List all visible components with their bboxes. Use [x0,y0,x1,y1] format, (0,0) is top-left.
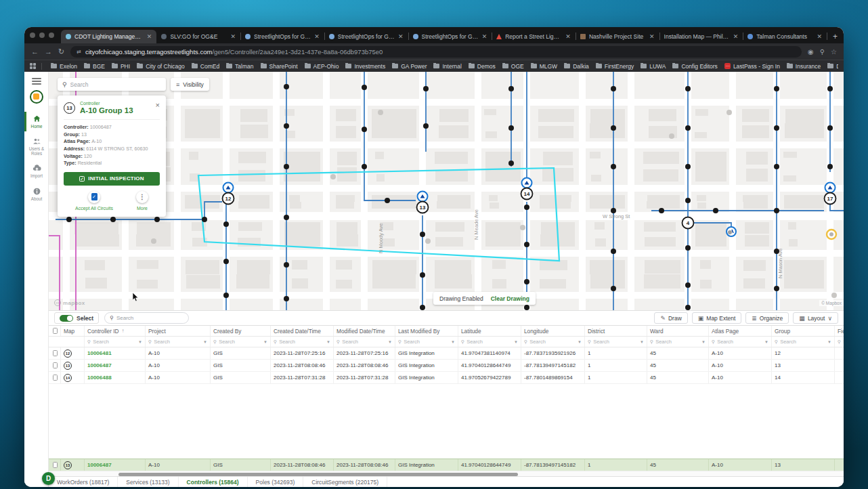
header-cell-atlas-page[interactable]: Atlas Page [709,326,772,336]
pole-dot[interactable] [827,125,833,131]
more-button[interactable]: ⋮ More [136,191,148,211]
pole-dot[interactable] [611,125,616,131]
filter-input[interactable] [279,339,324,345]
browser-tab-3[interactable]: StreetlightOps for GA Power✕ [324,30,408,43]
new-tab-button[interactable]: + [827,32,844,43]
bookmark-config-editors[interactable]: Config Editors [669,63,720,70]
bookmark-oge[interactable]: OGE [499,63,527,70]
filter-input[interactable] [219,339,261,345]
browser-tab-0[interactable]: CDOT Lighting Management✕ [61,30,156,43]
select-toggle-group[interactable]: Select [54,312,99,324]
pole-dot[interactable] [508,161,514,166]
bookmark-aep-ohio[interactable]: AEP-Ohio [301,63,343,70]
filter-input[interactable] [655,339,699,345]
pole-dot[interactable] [420,305,425,310]
back-icon[interactable]: ← [31,47,39,56]
pole-dot[interactable] [685,198,691,203]
bookmark-lastpass-sign-in[interactable]: ⋯LastPass - Sign In [721,63,783,70]
header-cell-group[interactable]: Group [772,326,835,336]
pole-dot[interactable] [423,123,429,129]
pole-dot[interactable] [774,164,779,169]
initial-inspection-button[interactable]: ✓ INITIAL INSPECTION [64,172,160,186]
inactive-pole-dot[interactable] [831,293,837,298]
filter-input[interactable] [529,339,576,345]
table-row-1[interactable]: 1310006487A-10GIS2023-11-28T08:08:462023… [49,360,844,372]
pole-dot[interactable] [420,232,425,237]
pole-dot[interactable] [284,84,289,89]
browser-tab-1[interactable]: SLV:GO for OG&E✕ [156,30,240,43]
controller-status-badge[interactable] [223,183,234,193]
draw-button[interactable]: ✎Draw [654,312,687,324]
service-marker-blue[interactable] [726,227,736,236]
bookmark-star-icon[interactable]: ☆ [831,48,837,56]
visibility-button[interactable]: ≡ Visibility [171,78,209,91]
tab-close-icon[interactable]: ✕ [482,33,487,40]
bookmark-luwa[interactable]: LUWA [637,63,669,70]
browser-tab-4[interactable]: StreetlightOps for GA Power✕ [408,30,492,43]
header-cell-controller-id[interactable]: Controller ID↑ [85,326,146,336]
header-cell-last-modified-by[interactable]: Last Modified By [395,326,458,336]
filter-icon[interactable]: ▼ [388,340,392,344]
map-extent-button[interactable]: ▣Map Extent [692,312,742,324]
pole-dot[interactable] [284,262,289,268]
row-checkbox[interactable] [53,362,58,368]
bookmark-exelon[interactable]: Exelon [47,63,81,70]
minimize-window-icon[interactable] [39,33,45,38]
row-checkbox[interactable] [53,375,58,381]
window-controls[interactable] [30,27,54,43]
map-search-input[interactable] [70,81,161,88]
header-cell-map[interactable]: Map [61,326,85,336]
bookmark-ga-power[interactable]: GA Power [389,63,430,70]
browser-tab-7[interactable]: Installation Map — Philly Stre✕ [659,30,743,43]
header-cell-longitude[interactable]: Longitude [521,326,585,336]
tab-close-icon[interactable]: ✕ [817,33,822,40]
horizontal-scrollbar[interactable] [49,471,844,476]
url-bar[interactable]: ⇄ cityofchicago.staging.terragostreetlig… [70,46,802,58]
pole-dot[interactable] [611,86,616,91]
scrollbar-thumb[interactable] [118,473,518,476]
pole-dot[interactable] [284,164,289,169]
pole-dot[interactable] [524,242,529,247]
pole-dot[interactable] [685,245,691,251]
pole-dot[interactable] [423,86,429,91]
maximize-window-icon[interactable] [49,33,54,38]
inactive-pole-dot[interactable] [425,238,431,244]
bookmark-dalkia[interactable]: Dalkia [561,63,592,70]
pole-dot[interactable] [508,125,514,131]
bookmark-phi[interactable]: PHI [108,63,133,70]
filter-icon[interactable]: ▼ [827,340,831,344]
row-checkbox[interactable] [53,350,58,356]
controller-marker-4[interactable]: 4 [682,217,694,229]
zoom-icon[interactable]: ⚲ [820,48,825,56]
layout-button[interactable]: ▦Layout∨ [793,312,838,324]
header-cell-created-date-time[interactable]: Created Date/Time [271,326,334,336]
pole-dot[interactable] [611,208,616,213]
filter-icon[interactable]: ▼ [203,340,207,344]
pole-dot[interactable] [284,123,289,129]
bookmark-duke[interactable]: Duke [824,63,838,70]
filter-input[interactable] [154,339,201,345]
inactive-pole-dot[interactable] [726,110,732,115]
pole-dot[interactable] [524,305,529,310]
bookmark-comed[interactable]: ComEd [188,63,223,70]
pole-dot[interactable] [774,86,779,91]
tab-close-icon[interactable]: ✕ [231,33,236,40]
filter-input[interactable] [843,339,844,345]
header-cell-ward[interactable]: Ward [647,326,709,336]
controller-id-link[interactable]: 10006488 [87,375,112,381]
apps-grid-icon[interactable] [30,63,36,69]
filter-icon[interactable]: ▼ [578,340,582,344]
controller-status-badge[interactable] [825,183,836,193]
pole-dot[interactable] [362,127,367,132]
controller-status-badge[interactable] [522,178,532,188]
bookmark-internal[interactable]: Internal [430,63,464,70]
pole-dot[interactable] [223,221,229,227]
location-icon[interactable]: ◉ [808,48,814,56]
pole-dot[interactable] [774,208,779,213]
filter-input[interactable] [404,339,449,345]
pole-dot[interactable] [362,164,367,169]
pole-dot[interactable] [202,217,207,222]
clear-drawing-button[interactable]: Clear Drawing [490,295,536,302]
controller-marker-14[interactable]: 14 [521,188,533,200]
map-view[interactable]: W Strong StW Strong StN Moody AveN Meade… [49,72,844,310]
